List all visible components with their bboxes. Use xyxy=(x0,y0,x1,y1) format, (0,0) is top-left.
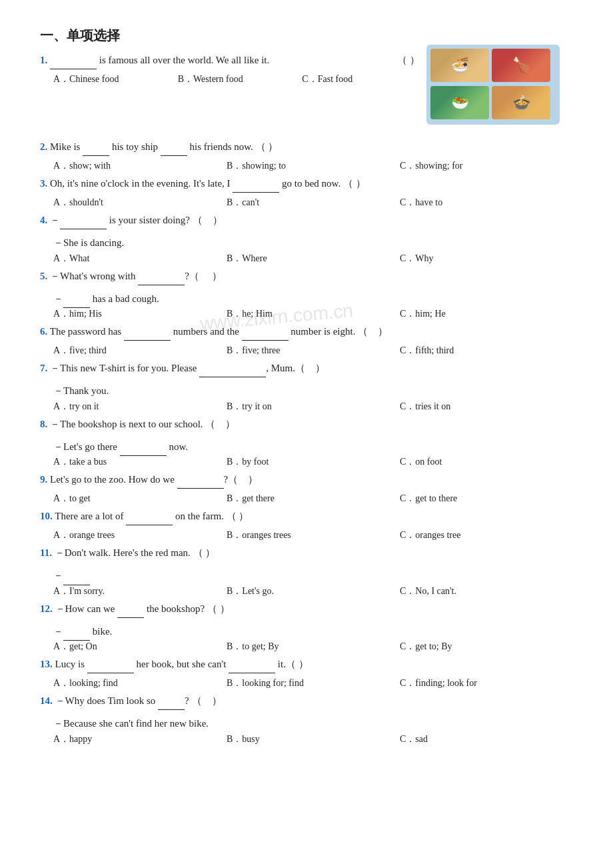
q9-option-b: B．get there xyxy=(227,493,400,505)
question-5: 5. －What's wrong with ?（ ） xyxy=(40,267,573,285)
q1-options: A．Chinese food B．Western food C．Fast foo… xyxy=(53,73,426,85)
q11-text: －Don't walk. Here's the red man. （ ） xyxy=(55,547,216,558)
section-title: 一、单项选择 xyxy=(40,27,573,45)
food-images: 🍜 🍗 🥗 🍲 xyxy=(426,45,560,125)
q9-option-c: C．get to there xyxy=(400,493,573,505)
q14-text: －Why does Tim look so ? （ ） xyxy=(55,695,222,706)
q4-option-b: B．Where xyxy=(227,253,400,265)
q12-num: 12. xyxy=(40,603,53,614)
question-11: 11. －Don't walk. Here's the red man. （ ） xyxy=(40,544,573,562)
q10-option-c: C．oranges tree xyxy=(400,529,573,541)
q3-num: 3. xyxy=(40,178,47,189)
q12-option-a: A．get; On xyxy=(53,641,227,653)
q14-num: 14. xyxy=(40,695,53,706)
q11-sub: － xyxy=(53,566,573,585)
q4-options: A．What B．Where C．Why xyxy=(53,253,573,265)
q3-options: A．shouldn't B．can't C．have to xyxy=(53,197,573,209)
q9-options: A．to get B．get there C．get to there xyxy=(53,493,573,505)
q5-option-c: C．him; He xyxy=(400,308,573,320)
q6-options: A．five; third B．five; three C．fifth; thi… xyxy=(53,345,573,357)
q9-option-a: A．to get xyxy=(53,493,227,505)
question-7: 7. －This new T-shirt is for you. Please … xyxy=(40,359,573,377)
q6-option-a: A．five; third xyxy=(53,345,227,357)
q10-option-a: A．orange trees xyxy=(53,529,227,541)
q6-num: 6. xyxy=(40,326,47,337)
q14-option-c: C．sad xyxy=(400,733,573,745)
question-12: 12. －How can we the bookshop? （ ） xyxy=(40,600,573,618)
question-8: 8. －The bookshop is next to our school. … xyxy=(40,415,573,433)
q13-options: A．looking; find B．looking for; find C．fi… xyxy=(53,677,573,689)
q2-text: Mike is his toy ship his friends now. （ … xyxy=(50,141,278,152)
q1-option-c: C．Fast food xyxy=(302,73,426,85)
q3-text: Oh, it's nine o'clock in the evening. It… xyxy=(50,178,366,189)
food-image-3: 🥗 xyxy=(430,86,489,119)
q2-num: 2. xyxy=(40,141,47,152)
q12-text: －How can we the bookshop? （ ） xyxy=(55,603,230,614)
question-9: 9. Let's go to the zoo. How do we ?（ ） xyxy=(40,471,573,489)
q7-options: A．try on it B．try it on C．tries it on xyxy=(53,401,573,413)
q1-num: 1. xyxy=(40,55,47,65)
food-image-4: 🍲 xyxy=(492,86,550,119)
q11-option-c: C．No, I can't. xyxy=(400,585,573,597)
q1-paren: （ ） xyxy=(397,51,420,69)
q11-num: 11. xyxy=(40,547,52,558)
q14-options: A．happy B．busy C．sad xyxy=(53,733,573,745)
q8-sub: －Let's go there now. xyxy=(53,437,573,457)
q6-option-c: C．fifth; third xyxy=(400,345,573,357)
q1-text: is famous all over the world. We all lik… xyxy=(50,55,269,65)
q1-option-a: A．Chinese food xyxy=(53,73,178,85)
q12-option-c: C．get to; By xyxy=(400,641,573,653)
q11-option-a: A．I'm sorry. xyxy=(53,585,227,597)
q7-option-a: A．try on it xyxy=(53,401,227,413)
q7-text: －This new T-shirt is for you. Please , M… xyxy=(50,363,325,373)
q11-option-b: B．Let's go. xyxy=(227,585,400,597)
q4-num: 4. xyxy=(40,215,47,225)
food-image-1: 🍜 xyxy=(430,49,489,82)
q13-option-a: A．looking; find xyxy=(53,677,227,689)
question-4: 4. － is your sister doing? （ ） xyxy=(40,211,573,229)
q10-num: 10. xyxy=(40,511,53,521)
q10-text: There are a lot of on the farm. （ ） xyxy=(55,511,249,521)
q3-option-b: B．can't xyxy=(227,197,400,209)
q9-text: Let's go to the zoo. How do we ?（ ） xyxy=(50,474,258,485)
q4-option-a: A．What xyxy=(53,253,227,265)
q14-option-a: A．happy xyxy=(53,733,227,745)
q7-option-b: B．try it on xyxy=(227,401,400,413)
q3-option-c: C．have to xyxy=(400,197,573,209)
q1-option-b: B．Western food xyxy=(178,73,303,85)
q5-option-b: B．he; Him xyxy=(227,308,400,320)
q5-sub: － has a bad cough. xyxy=(53,289,573,309)
q8-text: －The bookshop is next to our school. （ ） xyxy=(50,419,235,429)
question-10: 10. There are a lot of on the farm. （ ） xyxy=(40,507,573,525)
question-13: 13. Lucy is her book, but she can't it.（… xyxy=(40,655,573,673)
q2-options: A．show; with B．showing; to C．showing; fo… xyxy=(53,160,573,172)
q5-num: 5. xyxy=(40,271,47,281)
q10-option-b: B．oranges trees xyxy=(227,529,400,541)
q10-options: A．orange trees B．oranges trees C．oranges… xyxy=(53,529,573,541)
q4-text: － is your sister doing? （ ） xyxy=(50,215,223,225)
q7-sub: －Thank you. xyxy=(53,381,573,401)
question-6: 6. The password has numbers and the numb… xyxy=(40,323,573,341)
q8-num: 8. xyxy=(40,419,47,429)
q3-option-a: A．shouldn't xyxy=(53,197,227,209)
q14-sub: －Because she can't find her new bike. xyxy=(53,714,573,733)
q8-option-c: C．on foot xyxy=(400,456,573,468)
q12-options: A．get; On B．to get; By C．get to; By xyxy=(53,641,573,653)
q2-option-b: B．showing; to xyxy=(227,160,400,172)
q4-option-c: C．Why xyxy=(400,253,573,265)
q6-option-b: B．five; three xyxy=(227,345,400,357)
q13-option-b: B．looking for; find xyxy=(227,677,400,689)
q7-num: 7. xyxy=(40,363,47,373)
question-2: 2. Mike is his toy ship his friends now.… xyxy=(40,138,573,156)
q11-options: A．I'm sorry. B．Let's go. C．No, I can't. xyxy=(53,585,573,597)
question-14: 14. －Why does Tim look so ? （ ） xyxy=(40,692,573,710)
q2-option-c: C．showing; for xyxy=(400,160,573,172)
q13-option-c: C．finding; look for xyxy=(400,677,573,689)
q5-option-a: A．him; His xyxy=(53,308,227,320)
q4-sub: －She is dancing. xyxy=(53,233,573,253)
q9-num: 9. xyxy=(40,474,47,485)
q2-option-a: A．show; with xyxy=(53,160,227,172)
q13-num: 13. xyxy=(40,659,53,669)
q12-option-b: B．to get; By xyxy=(227,641,400,653)
q5-text: －What's wrong with ?（ ） xyxy=(50,271,222,281)
